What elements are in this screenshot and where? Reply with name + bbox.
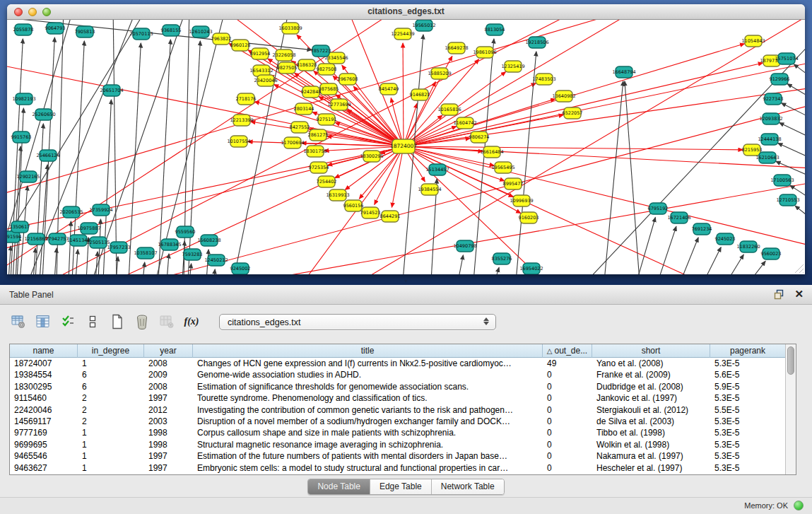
network-node[interactable]: 20570113: [129, 28, 153, 40]
network-node[interactable]: 9368155: [161, 25, 182, 36]
network-node[interactable]: 9915763: [11, 132, 32, 143]
network-node[interactable]: 9064793: [45, 23, 66, 34]
citation-edge-red[interactable]: [360, 20, 805, 274]
network-node[interactable]: 9146821: [410, 89, 430, 100]
network-node[interactable]: 8912954: [250, 48, 271, 59]
network-node[interactable]: 9129966: [770, 74, 790, 85]
network-node[interactable]: 8454749: [379, 83, 399, 95]
network-node[interactable]: 10490798: [453, 240, 476, 252]
network-node[interactable]: 16319913: [326, 189, 349, 201]
citation-edge-black[interactable]: [8, 246, 11, 274]
network-node[interactable]: 12325419: [501, 61, 524, 72]
network-node[interactable]: 2055878: [13, 24, 34, 35]
network-node[interactable]: 9560023: [761, 248, 782, 259]
citation-edge-red[interactable]: [404, 20, 643, 146]
network-node[interactable]: 11054843: [741, 35, 765, 47]
network-node[interactable]: 12902165: [16, 171, 40, 182]
citation-edge-black[interactable]: [778, 143, 805, 159]
select-columns-icon[interactable]: [59, 313, 76, 330]
table-row[interactable]: 1872400712008Changes of HCN gene express…: [10, 358, 785, 369]
citation-edge-red[interactable]: [404, 146, 521, 214]
network-node[interactable]: 9827508: [317, 64, 337, 75]
splitter-handle-icon[interactable]: ▾: [404, 278, 408, 284]
table-row[interactable]: 1456911722003Disruption of a novel membe…: [10, 416, 785, 427]
network-node[interactable]: 8813054: [485, 24, 505, 35]
network-node[interactable]: 16788345: [158, 239, 181, 250]
network-node[interactable]: 2967608: [338, 74, 358, 85]
network-node[interactable]: 8995477: [503, 178, 524, 189]
network-node[interactable]: 7691234: [692, 223, 712, 235]
network-node[interactable]: 16954022: [519, 263, 543, 274]
network-node[interactable]: 12450212: [204, 255, 228, 266]
network-node[interactable]: 7914523: [360, 207, 381, 218]
network-node[interactable]: 16616484: [480, 146, 503, 158]
table-row[interactable]: 946554611997Estimation of the future num…: [10, 450, 785, 462]
network-node[interactable]: 10982193: [12, 93, 35, 105]
column-header-year[interactable]: year: [144, 344, 193, 358]
network-node[interactable]: 18300295: [360, 151, 383, 162]
new-table-icon[interactable]: [109, 313, 126, 330]
citation-edge-black[interactable]: [625, 81, 640, 274]
network-node[interactable]: 7254402: [317, 176, 337, 187]
network-node[interactable]: 12773699: [327, 99, 351, 110]
citation-edge-black[interactable]: [143, 262, 145, 274]
network-node[interactable]: 15134457: [425, 164, 449, 175]
network-node[interactable]: 7593283: [182, 249, 203, 260]
column-header-name[interactable]: name: [10, 344, 78, 358]
network-node[interactable]: 17359924: [89, 204, 112, 216]
network-node[interactable]: 19565012: [412, 20, 435, 31]
network-node[interactable]: 17100563: [770, 175, 794, 186]
network-node[interactable]: 8644291: [380, 211, 401, 222]
table-settings-icon[interactable]: [10, 313, 27, 330]
vertical-scrollbar[interactable]: [785, 344, 796, 474]
network-node[interactable]: 19565495: [491, 162, 514, 173]
citation-edge-black[interactable]: [516, 52, 536, 274]
network-node[interactable]: 10358107: [134, 247, 157, 259]
network-node[interactable]: 6522057: [563, 107, 583, 119]
table-row[interactable]: 969969511998Structural magnetic resonanc…: [10, 439, 785, 450]
citation-edge-black[interactable]: [704, 247, 721, 274]
network-node[interactable]: 20206535: [59, 206, 83, 218]
citation-edge-black[interactable]: [167, 254, 169, 274]
network-node[interactable]: 6795192: [648, 203, 669, 214]
network-node[interactable]: 12213399: [230, 115, 253, 126]
citation-edge-black[interactable]: [76, 250, 78, 274]
network-node[interactable]: 2718176: [236, 93, 257, 105]
network-node[interactable]: 17942757: [45, 233, 69, 245]
citation-edge-black[interactable]: [189, 264, 192, 274]
network-node[interactable]: 7963822: [211, 33, 232, 45]
citation-edge-black[interactable]: [727, 255, 743, 274]
network-node[interactable]: 8960128: [230, 40, 251, 51]
citation-edge-black[interactable]: [458, 255, 463, 274]
network-node[interactable]: 9806274: [469, 132, 490, 143]
network-node[interactable]: 11604742: [453, 117, 476, 129]
citation-edge-black[interactable]: [495, 267, 499, 274]
citation-edge-black[interactable]: [129, 43, 141, 274]
delete-table-icon[interactable]: [134, 313, 151, 330]
table-row[interactable]: 1938455462009Genome-wide association stu…: [10, 369, 785, 380]
network-node[interactable]: 9245002: [230, 263, 251, 274]
network-node[interactable]: 17957233: [107, 242, 130, 253]
citation-edge-black[interactable]: [779, 123, 805, 139]
network-node[interactable]: 10975887: [77, 223, 100, 234]
citation-edge-red[interactable]: [404, 146, 544, 274]
network-node[interactable]: 25466124: [36, 150, 59, 161]
network-node[interactable]: 9725354: [309, 162, 329, 173]
tab-node-table[interactable]: Node Table: [308, 479, 370, 494]
network-node[interactable]: 7905813: [75, 26, 95, 37]
network-node[interactable]: 11700694: [281, 137, 304, 148]
function-builder-icon[interactable]: f(x): [183, 313, 200, 330]
citation-edge-black[interactable]: [658, 226, 676, 274]
network-node[interactable]: 20651704: [100, 85, 123, 96]
citation-edge-red[interactable]: [404, 63, 763, 146]
tab-network-table[interactable]: Network Table: [432, 479, 504, 494]
citation-edge-black[interactable]: [787, 84, 805, 99]
window-titlebar[interactable]: citations_edges.txt: [7, 4, 805, 20]
network-node[interactable]: 8427552: [290, 122, 310, 133]
citation-edge-black[interactable]: [54, 248, 57, 274]
network-node[interactable]: 2861275: [308, 129, 329, 141]
network-node[interactable]: 13640982: [552, 90, 575, 102]
citation-edge-black[interactable]: [782, 103, 805, 119]
network-node[interactable]: 19861096: [473, 47, 496, 58]
scrollbar-thumb[interactable]: [787, 346, 794, 375]
